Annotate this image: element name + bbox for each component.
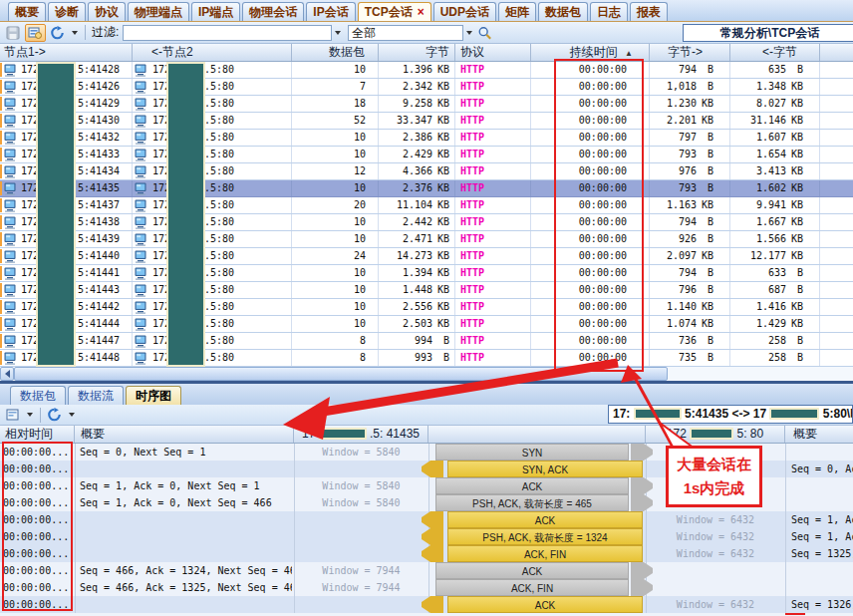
tab-报表[interactable]: 报表 xyxy=(630,2,668,21)
tab-TCP会话[interactable]: TCP会话× xyxy=(358,2,431,21)
filler-cell xyxy=(820,299,853,315)
refresh-detail-button[interactable] xyxy=(45,406,64,424)
column-header-protocol[interactable]: 协议 xyxy=(455,44,531,61)
tab-IP会话[interactable]: IP会话 xyxy=(306,2,355,21)
sequence-row[interactable]: 00:00:00...Window = 6432Seq = 1326,ACK xyxy=(0,596,853,613)
sequence-row[interactable]: 00:00:00...Seq = 0, Next Seq = 1Window =… xyxy=(0,444,853,461)
tab-诊断[interactable]: 诊断 xyxy=(48,2,86,21)
tab-矩阵[interactable]: 矩阵 xyxy=(498,2,536,21)
session-row[interactable]: 1725:41444172.5:80102.503KBHTTP00:00:001… xyxy=(0,316,853,333)
column-header-right-summary[interactable]: 概要 xyxy=(785,426,853,443)
refresh-detail-dropdown-icon[interactable] xyxy=(69,413,75,417)
tab-物理会话[interactable]: 物理会话 xyxy=(242,2,304,21)
session-row[interactable]: 1725:41448172.5:808993BHTTP00:00:00735B2… xyxy=(0,350,853,367)
filter-scope-combo[interactable]: 全部 xyxy=(348,25,463,41)
packets-cell: 20 xyxy=(292,197,379,213)
session-row[interactable]: 1725:41433172.5:80102.429KBHTTP00:00:007… xyxy=(0,147,853,163)
sequence-row[interactable]: 00:00:00...Seq = 1, Ack = 0, Next Seq = … xyxy=(0,477,853,494)
save-button[interactable] xyxy=(4,24,23,42)
session-row[interactable]: 1725:41435172.5:80102.376KBHTTP00:00:007… xyxy=(0,180,853,197)
column-header-bytes-in[interactable]: <-字节 xyxy=(730,44,820,61)
session-row[interactable]: 1725:41443172.5:80101.448KBHTTP00:00:007… xyxy=(0,282,853,299)
tab-概要[interactable]: 概要 xyxy=(8,2,46,21)
tab-UDP会话[interactable]: UDP会话 xyxy=(433,2,496,21)
protocol-cell: HTTP xyxy=(455,214,531,230)
tab-数据包[interactable]: 数据包 xyxy=(538,2,588,21)
bytes-cell: 2.342KB xyxy=(379,79,455,95)
tab-日志[interactable]: 日志 xyxy=(590,2,628,21)
session-row[interactable]: 1725:41434172.5:80124.366KBHTTP00:00:009… xyxy=(0,163,853,180)
protocol-cell: HTTP xyxy=(455,130,531,146)
search-button[interactable] xyxy=(475,24,494,42)
session-row[interactable]: 1725:41442172.5:80102.556KBHTTP00:00:001… xyxy=(0,299,853,316)
session-row[interactable]: 1725:41430172.5:805233.347KBHTTP00:00:00… xyxy=(0,113,853,130)
session-row[interactable]: 1725:41428172.5:80101.396KBHTTP00:00:007… xyxy=(0,62,853,79)
tcp-message-bar: ACK xyxy=(435,477,629,494)
refresh-button[interactable] xyxy=(48,24,67,42)
layout-button[interactable] xyxy=(4,406,22,424)
tab-IP端点[interactable]: IP端点 xyxy=(191,2,240,21)
filter-input[interactable] xyxy=(123,25,332,41)
bytes-in-cell: 633B xyxy=(730,265,820,281)
sequence-row[interactable]: 00:00:00...Seq = 1, Ack = 0, Next Seq = … xyxy=(0,494,853,511)
relative-time-cell: 00:00:00... xyxy=(3,596,73,613)
column-header-node1[interactable]: 节点1-> xyxy=(0,44,133,61)
session-row[interactable]: 1725:41441172.5:80101.394KBHTTP00:00:007… xyxy=(0,265,853,282)
refresh-dropdown-icon[interactable] xyxy=(72,31,78,35)
bytes-out-cell: 1.140KB xyxy=(650,299,730,315)
detail-tab-数据包[interactable]: 数据包 xyxy=(10,386,66,405)
column-header-bytes[interactable]: 字节 xyxy=(379,44,455,61)
bytes-in-cell: 1.607KB xyxy=(730,130,820,146)
column-header-node2[interactable]: <-节点2 xyxy=(133,44,292,61)
column-header-summary[interactable]: 概要 xyxy=(75,426,294,443)
session-row[interactable]: 1725:41438172.5:80102.442KBHTTP00:00:007… xyxy=(0,214,853,231)
analysis-tab-bar: 概要诊断协议物理端点IP端点物理会话IP会话TCP会话×UDP会话矩阵数据包日志… xyxy=(0,0,853,22)
horizontal-scrollbar[interactable] xyxy=(0,367,853,381)
scroll-left-button[interactable] xyxy=(0,367,14,381)
host-icon xyxy=(4,233,18,246)
right-window-label: Window = 6432 xyxy=(646,528,785,545)
host-icon xyxy=(135,233,148,246)
detail-tab-时序图[interactable]: 时序图 xyxy=(126,386,181,405)
column-header-relative-time[interactable]: 相对时间 xyxy=(0,426,75,443)
locate-node-button[interactable] xyxy=(25,24,46,42)
filter-dropdown-icon[interactable] xyxy=(335,31,341,35)
session-row[interactable]: 1725:41429172.5:80189.258KBHTTP00:00:001… xyxy=(0,96,853,113)
column-header-packets[interactable]: 数据包 xyxy=(292,44,379,61)
protocol-cell: HTTP xyxy=(455,197,531,213)
sequence-row[interactable]: 00:00:00...Window = 6432Seq = 0, AckSYN,… xyxy=(0,461,853,477)
tab-close-icon[interactable]: × xyxy=(418,5,425,19)
bytes-in-cell: 1.566KB xyxy=(730,231,820,247)
session-row[interactable]: 1725:41440172.5:802414.273KBHTTP00:00:00… xyxy=(0,248,853,265)
layout-dropdown-icon[interactable] xyxy=(27,413,33,417)
session-row[interactable]: 1725:41447172.5:808994BHTTP00:00:00736B2… xyxy=(0,333,853,350)
packets-cell: 8 xyxy=(292,333,379,349)
filler-cell xyxy=(820,113,853,129)
sequence-row[interactable]: 00:00:00...Seq = 466, Ack = 1325, Next S… xyxy=(0,579,853,596)
packets-cell: 24 xyxy=(292,248,379,264)
session-row[interactable]: 1725:41432172.5:80102.386KBHTTP00:00:007… xyxy=(0,130,853,147)
bytes-in-cell: 3.413KB xyxy=(730,163,820,179)
column-header-duration[interactable]: 持续时间 ▲ xyxy=(531,44,650,61)
refresh-icon xyxy=(47,408,62,422)
duration-cell: 00:00:00 xyxy=(531,180,650,196)
arrow-left-icon xyxy=(422,596,430,613)
sequence-row[interactable]: 00:00:00...Seq = 466, Ack = 1324, Next S… xyxy=(0,562,853,579)
session-row[interactable]: 1725:41426172.5:8072.342KBHTTP00:00:001,… xyxy=(0,79,853,96)
session-row[interactable]: 1725:41439172.5:80102.471KBHTTP00:00:009… xyxy=(0,231,853,248)
scope-dropdown-icon[interactable] xyxy=(466,31,472,35)
column-header-bytes-out[interactable]: 字节-> xyxy=(650,44,730,61)
scrollbar-thumb[interactable] xyxy=(14,367,668,381)
bytes-out-cell: 1.074KB xyxy=(650,316,730,332)
session-table-body: 1725:41428172.5:80101.396KBHTTP00:00:007… xyxy=(0,62,853,367)
tab-物理端点[interactable]: 物理端点 xyxy=(128,2,189,21)
sequence-row[interactable]: 00:00:00...Window = 6432Seq = 1, AckACK xyxy=(0,511,853,528)
tab-协议[interactable]: 协议 xyxy=(88,2,126,21)
detail-tab-数据流[interactable]: 数据流 xyxy=(68,386,124,405)
node2-cell: 172.5:80 xyxy=(133,214,292,230)
row-marker xyxy=(0,215,2,229)
session-row[interactable]: 1725:41437172.5:802011.104KBHTTP00:00:00… xyxy=(0,197,853,214)
sequence-row[interactable]: 00:00:00...Window = 6432Seq = 1, AckPSH,… xyxy=(0,528,853,545)
sequence-row[interactable]: 00:00:00...Window = 6432Seq = 1325,ACK, … xyxy=(0,545,853,562)
duration-cell: 00:00:00 xyxy=(531,248,650,264)
